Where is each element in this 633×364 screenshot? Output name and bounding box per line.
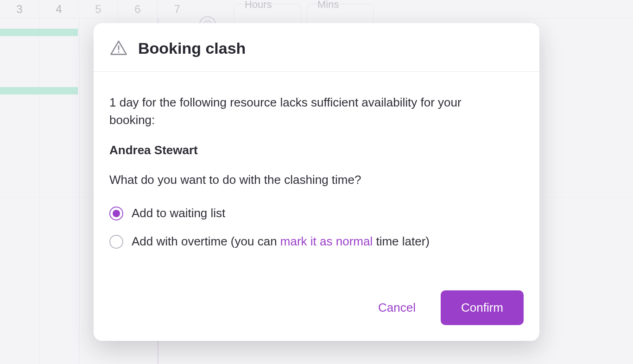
radio-overtime-label[interactable]: Add with overtime (you can mark it as no… (132, 233, 430, 251)
mark-as-normal-link[interactable]: mark it as normal (280, 234, 373, 248)
svg-point-2 (118, 51, 120, 53)
dialog-followup-text: What do you want to do with the clashing… (109, 171, 521, 189)
dialog-footer: Cancel Confirm (94, 290, 539, 341)
warning-triangle-icon (109, 39, 128, 57)
radio-waiting-list[interactable] (109, 207, 123, 220)
resource-name: Andrea Stewart (109, 142, 521, 159)
cancel-button[interactable]: Cancel (370, 295, 424, 320)
booking-clash-dialog: Booking clash 1 day for the following re… (94, 23, 539, 341)
clash-options-radio-group: Add to waiting list Add with overtime (y… (109, 205, 521, 251)
dialog-lead-text: 1 day for the following resource lacks s… (109, 94, 489, 129)
dialog-body: 1 day for the following resource lacks s… (94, 72, 539, 290)
radio-overtime[interactable] (109, 235, 123, 249)
confirm-button[interactable]: Confirm (441, 290, 524, 325)
radio-waiting-list-label[interactable]: Add to waiting list (132, 205, 225, 222)
option-overtime[interactable]: Add with overtime (you can mark it as no… (109, 233, 521, 251)
overtime-label-post: time later) (373, 234, 430, 248)
overtime-label-pre: Add with overtime (you can (132, 234, 280, 248)
dialog-header: Booking clash (94, 23, 539, 72)
option-waiting-list[interactable]: Add to waiting list (109, 205, 521, 222)
dialog-title: Booking clash (138, 39, 246, 57)
